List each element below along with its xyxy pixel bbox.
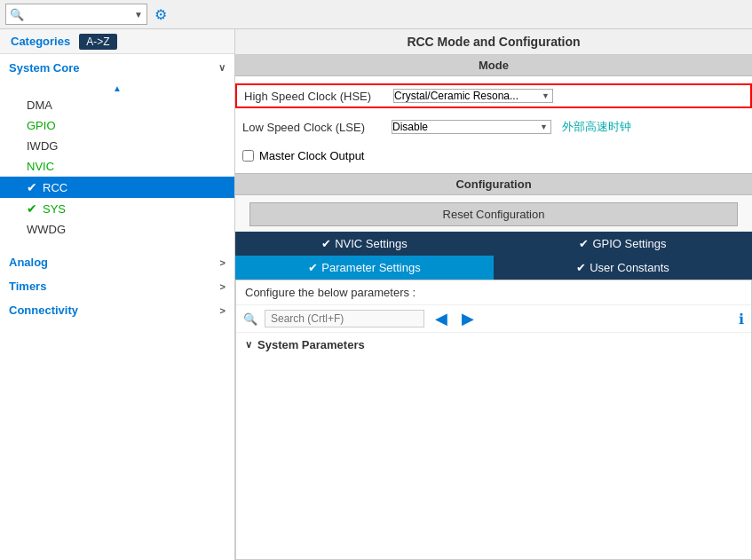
sidebar-item-nvic[interactable]: NVIC [0, 156, 234, 177]
params-chevron-icon: ∨ [245, 339, 252, 351]
timers-label: Timers [9, 280, 46, 293]
config-desc: Configure the below parameters : [236, 280, 751, 305]
rcc-check-icon: ✔ [27, 180, 37, 194]
tab-parameter-settings[interactable]: ✔ Parameter Settings [235, 256, 494, 280]
sidebar-item-dma[interactable]: DMA [0, 95, 234, 115]
iwdg-label: IWDG [27, 139, 58, 153]
master-clock-checkbox[interactable] [242, 150, 254, 162]
hse-select[interactable]: Crystal/Ceramic Resona... Disable [393, 89, 553, 103]
sidebar-item-wwdg[interactable]: WWDG [0, 219, 234, 240]
sidebar-item-system-core[interactable]: System Core ∨ [0, 54, 234, 82]
lse-label: Low Speed Clock (LSE) [242, 121, 384, 134]
search-icon: 🔍 [10, 8, 24, 21]
up-arrow-icon: ▲ [0, 82, 234, 95]
param-tab-check-icon: ✔ [308, 261, 318, 274]
dma-label: DMA [27, 99, 52, 112]
gpio-label: GPIO [27, 119, 56, 132]
analog-label: Analog [9, 256, 48, 269]
search-box[interactable]: 🔍 ▼ [5, 4, 147, 25]
analog-chevron-icon: > [220, 257, 226, 268]
tab-gpio-settings[interactable]: ✔ GPIO Settings [494, 232, 752, 256]
config-section: Configuration Reset Configuration ✔ NVIC… [235, 174, 752, 560]
nvic-label: NVIC [27, 160, 54, 173]
config-tabs: ✔ NVIC Settings ✔ GPIO Settings [235, 232, 752, 256]
lse-select[interactable]: Disable Crystal/Ceramic Resonator [392, 120, 551, 134]
search-icon: 🔍 [243, 312, 257, 326]
chevron-down-icon[interactable]: ▼ [134, 10, 143, 20]
master-clock-label: Master Clock Output [259, 149, 365, 162]
sidebar-item-timers[interactable]: Timers > [0, 274, 234, 298]
right-panel: RCC Mode and Configuration Mode High Spe… [235, 29, 752, 560]
sys-check-icon: ✔ [27, 201, 37, 216]
nvic-tab-label: NVIC Settings [335, 237, 408, 250]
sidebar-section-system-core: System Core ∨ ▲ DMA GPIO IWDG NVIC ✔ RCC [0, 54, 234, 240]
sidebar-item-gpio[interactable]: GPIO [0, 115, 234, 136]
info-icon[interactable]: ℹ [739, 311, 744, 327]
top-bar: 🔍 ▼ ⚙ [0, 0, 752, 29]
lse-row: Low Speed Clock (LSE) Disable Crystal/Ce… [235, 115, 752, 138]
tab-nvic-settings[interactable]: ✔ NVIC Settings [235, 232, 494, 256]
connectivity-chevron-icon: > [220, 305, 226, 316]
system-core-chevron-icon: ∨ [218, 62, 226, 74]
panel-title: RCC Mode and Configuration [235, 29, 752, 55]
config-tabs-row2: ✔ Parameter Settings ✔ User Constants [235, 256, 752, 280]
sidebar-tabs: Categories A->Z [0, 29, 234, 54]
params-label: System Parameters [257, 338, 365, 351]
rcc-label: RCC [43, 181, 67, 194]
annotation-text: 外部高速时钟 [562, 119, 631, 135]
gpio-tab-label: GPIO Settings [592, 237, 666, 250]
system-params-row[interactable]: ∨ System Parameters [236, 333, 751, 357]
timers-chevron-icon: > [220, 281, 226, 292]
hse-label: High Speed Clock (HSE) [244, 90, 386, 103]
mode-section: Mode High Speed Clock (HSE) Crystal/Cera… [235, 55, 752, 174]
tab-atoz[interactable]: A->Z [79, 34, 116, 50]
gpio-tab-check-icon: ✔ [579, 237, 589, 250]
config-section-header: Configuration [235, 174, 752, 195]
nav-prev-button[interactable]: ◀ [431, 309, 451, 328]
reset-config-button[interactable]: Reset Configuration [249, 202, 738, 226]
mode-area: High Speed Clock (HSE) Crystal/Ceramic R… [235, 76, 752, 173]
sidebar-item-connectivity[interactable]: Connectivity > [0, 298, 234, 322]
tab-categories[interactable]: Categories [7, 33, 74, 50]
mode-section-header: Mode [235, 55, 752, 76]
hse-select-wrapper: Crystal/Ceramic Resona... Disable [393, 89, 553, 103]
user-tab-label: User Constants [590, 261, 669, 274]
lse-select-wrapper: Disable Crystal/Ceramic Resonator [392, 120, 551, 134]
sidebar-item-rcc[interactable]: ✔ RCC [0, 177, 234, 198]
gear-icon[interactable]: ⚙ [154, 6, 167, 23]
tab-user-constants[interactable]: ✔ User Constants [494, 256, 752, 280]
sidebar-item-analog[interactable]: Analog > [0, 250, 234, 274]
hse-row: High Speed Clock (HSE) Crystal/Ceramic R… [235, 83, 752, 108]
sidebar: Categories A->Z System Core ∨ ▲ DMA GPIO… [0, 29, 235, 560]
config-search-box[interactable] [265, 310, 424, 327]
sidebar-item-sys[interactable]: ✔ SYS [0, 198, 234, 219]
user-tab-check-icon: ✔ [576, 261, 586, 274]
sidebar-item-iwdg[interactable]: IWDG [0, 136, 234, 156]
search-input[interactable] [28, 8, 134, 20]
config-search-row: 🔍 ◀ ▶ ℹ [236, 305, 751, 333]
system-core-label: System Core [9, 61, 79, 75]
param-tab-label: Parameter Settings [321, 261, 420, 274]
config-body: Configure the below parameters : 🔍 ◀ ▶ ℹ… [235, 280, 752, 560]
wwdg-label: WWDG [27, 223, 66, 236]
main-content: Categories A->Z System Core ∨ ▲ DMA GPIO… [0, 29, 752, 560]
connectivity-label: Connectivity [9, 304, 78, 317]
nav-next-button[interactable]: ▶ [458, 309, 478, 328]
config-search-input[interactable] [271, 312, 404, 325]
master-clock-row: Master Clock Output [235, 146, 752, 166]
sys-label: SYS [43, 202, 66, 216]
nvic-tab-check-icon: ✔ [321, 237, 331, 250]
